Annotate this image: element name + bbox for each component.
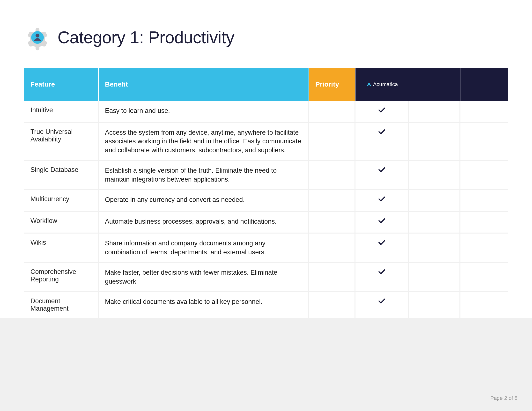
cell-empty-2 xyxy=(460,263,508,291)
cell-empty-1 xyxy=(409,101,460,122)
cell-empty-1 xyxy=(409,161,460,189)
table-row: Single DatabaseEstablish a single versio… xyxy=(24,161,508,190)
table-row: True Universal AvailabilityAccess the sy… xyxy=(24,123,508,161)
check-icon xyxy=(378,107,386,115)
cell-empty-1 xyxy=(409,123,460,160)
table-row: WorkflowAutomate business processes, app… xyxy=(24,212,508,234)
cell-empty-1 xyxy=(409,234,460,262)
cell-empty-2 xyxy=(460,212,508,233)
cell-priority xyxy=(309,212,355,233)
acumatica-logo: Acumatica xyxy=(366,81,398,87)
table-row: IntuitiveEasy to learn and use. xyxy=(24,101,508,123)
cell-benefit: Access the system from any device, anyti… xyxy=(99,123,309,160)
cell-benefit: Easy to learn and use. xyxy=(99,101,309,122)
cell-empty-2 xyxy=(460,161,508,189)
cell-empty-2 xyxy=(460,234,508,262)
cell-empty-1 xyxy=(409,190,460,211)
cell-empty-2 xyxy=(460,123,508,160)
vendor-label: Acumatica xyxy=(373,81,398,87)
cell-vendor-check xyxy=(355,190,409,211)
cell-benefit: Make faster, better decisions with fewer… xyxy=(99,263,309,291)
cell-benefit: Make critical documents available to all… xyxy=(99,292,309,318)
cell-priority xyxy=(309,234,355,262)
cell-vendor-check xyxy=(355,263,409,291)
cell-benefit: Share information and company documents … xyxy=(99,234,309,262)
table-row: WikisShare information and company docum… xyxy=(24,234,508,263)
column-feature: Feature xyxy=(24,68,99,101)
cell-vendor-check xyxy=(355,212,409,233)
table-row: Comprehensive ReportingMake faster, bett… xyxy=(24,263,508,292)
cell-priority xyxy=(309,161,355,189)
cell-empty-2 xyxy=(460,292,508,318)
check-icon xyxy=(378,218,386,225)
cell-feature: Document Management xyxy=(24,292,99,318)
cell-feature: True Universal Availability xyxy=(24,123,99,160)
check-icon xyxy=(378,298,386,306)
cell-empty-1 xyxy=(409,292,460,318)
page-footer: Page 2 of 8 xyxy=(490,395,517,401)
acumatica-icon xyxy=(366,82,372,87)
cell-empty-2 xyxy=(460,190,508,211)
cell-priority xyxy=(309,292,355,318)
cell-empty-1 xyxy=(409,212,460,233)
cell-feature: Comprehensive Reporting xyxy=(24,263,99,291)
cell-feature: Workflow xyxy=(24,212,99,233)
svg-point-1 xyxy=(36,34,39,37)
cell-vendor-check xyxy=(355,234,409,262)
table-body: IntuitiveEasy to learn and use.True Univ… xyxy=(24,101,508,318)
cell-vendor-check xyxy=(355,101,409,122)
table-header: Feature Benefit Priority Acumatica xyxy=(24,68,508,101)
column-vendor-acumatica: Acumatica xyxy=(355,68,409,101)
table-row: Document ManagementMake critical documen… xyxy=(24,292,508,318)
cell-vendor-check xyxy=(355,161,409,189)
cell-feature: Wikis xyxy=(24,234,99,262)
column-empty-1 xyxy=(409,68,460,101)
gear-user-icon xyxy=(24,24,51,51)
cell-priority xyxy=(309,101,355,122)
page-header: Category 1: Productivity xyxy=(24,24,508,51)
table-row: MulticurrencyOperate in any currency and… xyxy=(24,190,508,212)
check-icon xyxy=(378,167,386,175)
check-icon xyxy=(378,129,386,137)
column-priority: Priority xyxy=(309,68,355,101)
page-title: Category 1: Productivity xyxy=(57,28,234,47)
document-page: Category 1: Productivity Feature Benefit… xyxy=(0,0,532,318)
cell-empty-1 xyxy=(409,263,460,291)
column-benefit: Benefit xyxy=(99,68,309,101)
cell-benefit: Establish a single version of the truth.… xyxy=(99,161,309,189)
column-empty-2 xyxy=(460,68,508,101)
cell-priority xyxy=(309,123,355,160)
cell-feature: Intuitive xyxy=(24,101,99,122)
cell-benefit: Automate business processes, approvals, … xyxy=(99,212,309,233)
cell-feature: Multicurrency xyxy=(24,190,99,211)
check-icon xyxy=(378,196,386,204)
check-icon xyxy=(378,239,386,247)
cell-vendor-check xyxy=(355,123,409,160)
cell-benefit: Operate in any currency and convert as n… xyxy=(99,190,309,211)
check-icon xyxy=(378,269,386,277)
cell-vendor-check xyxy=(355,292,409,318)
cell-priority xyxy=(309,263,355,291)
cell-feature: Single Database xyxy=(24,161,99,189)
feature-table: Feature Benefit Priority Acumatica Intui… xyxy=(24,68,508,318)
cell-priority xyxy=(309,190,355,211)
cell-empty-2 xyxy=(460,101,508,122)
